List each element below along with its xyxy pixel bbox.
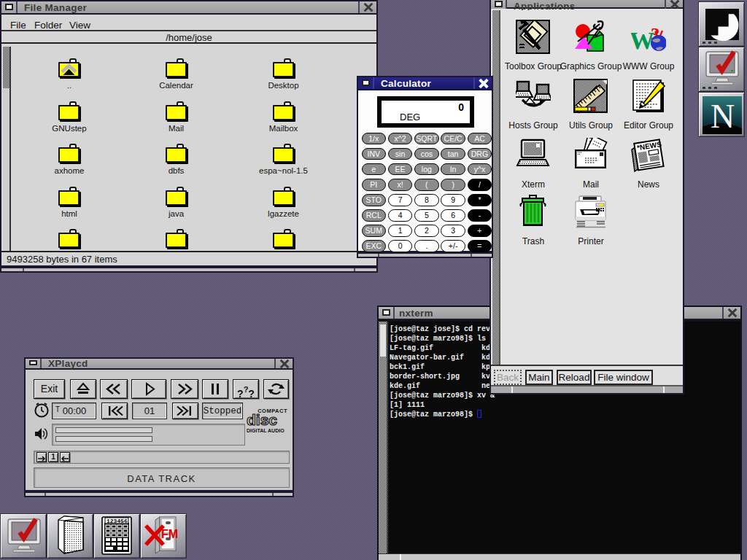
svg-text:N: N <box>711 98 735 134</box>
svg-text:FM: FM <box>161 528 178 540</box>
svg-text:123456: 123456 <box>107 518 128 524</box>
